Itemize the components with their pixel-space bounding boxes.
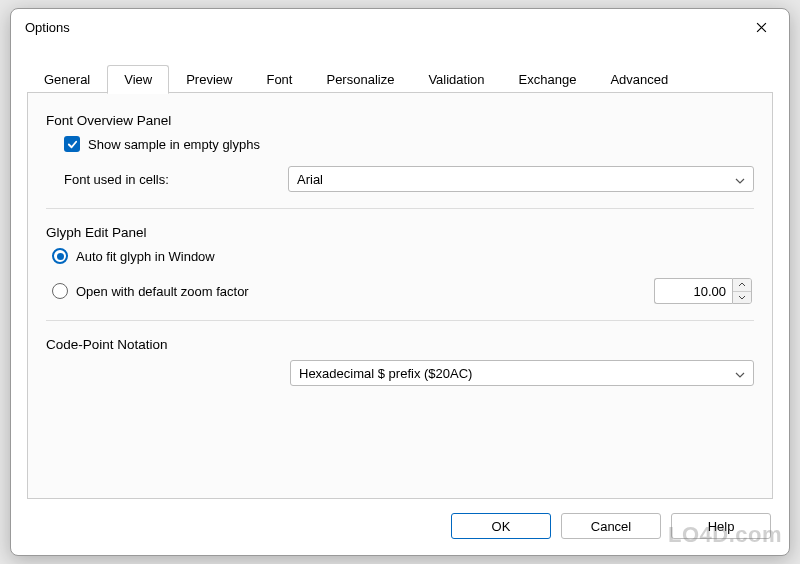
chevron-down-icon <box>738 295 746 300</box>
tab-advanced[interactable]: Advanced <box>593 65 685 93</box>
group-label-code-point: Code-Point Notation <box>46 337 754 352</box>
group-glyph-edit: Glyph Edit Panel Auto fit glyph in Windo… <box>46 225 754 304</box>
group-font-overview: Font Overview Panel Show sample in empty… <box>46 113 754 192</box>
tab-general[interactable]: General <box>27 65 107 93</box>
radio-auto-fit[interactable] <box>52 248 68 264</box>
combo-code-point-value: Hexadecimal $ prefix ($20AC) <box>299 366 472 381</box>
help-button[interactable]: Help <box>671 513 771 539</box>
tab-validation[interactable]: Validation <box>411 65 501 93</box>
close-icon <box>756 22 767 33</box>
chevron-up-icon <box>738 282 746 287</box>
tab-panel-view: Font Overview Panel Show sample in empty… <box>27 93 773 499</box>
radio-open-zoom[interactable] <box>52 283 68 299</box>
tab-strip: General View Preview Font Personalize Va… <box>11 65 789 93</box>
label-font-cells: Font used in cells: <box>64 172 274 187</box>
label-auto-fit: Auto fit glyph in Window <box>76 249 215 264</box>
label-open-zoom: Open with default zoom factor <box>76 284 249 299</box>
tab-personalize[interactable]: Personalize <box>309 65 411 93</box>
cancel-button[interactable]: Cancel <box>561 513 661 539</box>
tab-exchange[interactable]: Exchange <box>502 65 594 93</box>
chevron-down-icon <box>735 172 745 187</box>
tab-font[interactable]: Font <box>249 65 309 93</box>
options-dialog: Options General View Preview Font Person… <box>10 8 790 556</box>
ok-button[interactable]: OK <box>451 513 551 539</box>
divider <box>46 320 754 321</box>
group-label-font-overview: Font Overview Panel <box>46 113 754 128</box>
close-button[interactable] <box>747 13 775 41</box>
dialog-button-row: OK Cancel Help <box>11 499 789 555</box>
window-title: Options <box>25 20 70 35</box>
label-show-sample: Show sample in empty glyphs <box>88 137 260 152</box>
spin-down-button[interactable] <box>733 292 751 304</box>
input-zoom-factor[interactable] <box>654 278 732 304</box>
combo-code-point-notation[interactable]: Hexadecimal $ prefix ($20AC) <box>290 360 754 386</box>
checkmark-icon <box>67 139 78 150</box>
group-label-glyph-edit: Glyph Edit Panel <box>46 225 754 240</box>
combo-font-cells-value: Arial <box>297 172 323 187</box>
tab-preview[interactable]: Preview <box>169 65 249 93</box>
checkbox-show-sample[interactable] <box>64 136 80 152</box>
tab-view[interactable]: View <box>107 65 169 94</box>
chevron-down-icon <box>735 366 745 381</box>
spin-zoom-factor <box>654 278 754 304</box>
spin-up-button[interactable] <box>733 279 751 292</box>
divider <box>46 208 754 209</box>
titlebar: Options <box>11 9 789 45</box>
group-code-point: Code-Point Notation Hexadecimal $ prefix… <box>46 337 754 386</box>
combo-font-cells[interactable]: Arial <box>288 166 754 192</box>
